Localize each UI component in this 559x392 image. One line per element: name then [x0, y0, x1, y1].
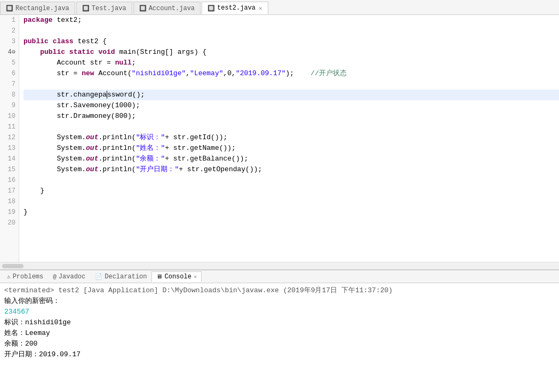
code-line-6: str = new Account("nishidi01ge","Leemay"… [23, 68, 559, 79]
line-num-8: 8 [0, 90, 19, 100]
line-num-13: 13 [0, 143, 19, 154]
tab-label-account: Account.java [149, 5, 195, 12]
line-num-18: 18 [0, 196, 19, 207]
line-num-15: 15 [0, 164, 19, 175]
console-output: <terminated> test2 [Java Application] D:… [0, 283, 559, 392]
bottom-tab-bar: ⚠ Problems @ Javadoc 📄 Declaration 🖥 Con… [0, 270, 559, 283]
console-terminated-line: <terminated> test2 [Java Application] D:… [4, 285, 555, 296]
line-num-9: 9 [0, 100, 19, 111]
line-num-16: 16 [0, 175, 19, 186]
declaration-label: Declaration [105, 273, 147, 281]
javadoc-icon: @ [53, 274, 57, 280]
problems-label: Problems [13, 273, 44, 281]
line-num-12: 12 [0, 132, 19, 143]
line-numbers: 1 2 3 4⊖ 5 6 7 8 9 10 11 12 13 14 15 16 … [0, 15, 19, 262]
java-icon-test: 🔲 [82, 5, 90, 12]
code-line-4: public static void main(String[] args) { [23, 47, 559, 58]
console-line-input: 234567 [4, 307, 555, 317]
code-line-11 [23, 122, 559, 132]
editor-tab-bar: 🔲 Rectangle.java 🔲 Test.java 🔲 Account.j… [0, 0, 559, 15]
line-num-7: 7 [0, 79, 19, 90]
code-line-5: Account str = null; [23, 58, 559, 68]
scrollbar-thumb[interactable] [2, 264, 23, 268]
console-line-name: 姓名：Leemay [4, 328, 555, 339]
code-line-10: str.Drawmoney(800); [23, 111, 559, 122]
line-num-20: 20 [0, 218, 19, 228]
line-num-2: 2 [0, 26, 19, 36]
code-line-7 [23, 79, 559, 90]
horizontal-scrollbar[interactable] [0, 262, 559, 269]
tab-test[interactable]: 🔲 Test.java [76, 2, 132, 14]
bottom-tab-javadoc[interactable]: @ Javadoc [48, 271, 90, 282]
code-line-16 [23, 175, 559, 186]
close-icon-test2[interactable]: ✕ [259, 5, 262, 12]
code-line-2 [23, 26, 559, 36]
tab-label-rectangle: Rectangle.java [15, 5, 69, 12]
bottom-panel: ⚠ Problems @ Javadoc 📄 Declaration 🖥 Con… [0, 269, 559, 392]
code-line-8: str.changepassword(); [23, 90, 559, 100]
problems-icon: ⚠ [7, 273, 11, 280]
line-num-1: 1 [0, 15, 19, 26]
code-line-13: System.out.println("姓名："+ str.getName())… [23, 143, 559, 154]
close-icon-console[interactable]: ✕ [194, 274, 197, 280]
bottom-tab-console[interactable]: 🖥 Console ✕ [151, 271, 201, 282]
tab-test2[interactable]: 🔲 test2.java ✕ [202, 2, 268, 14]
line-num-4: 4⊖ [0, 47, 19, 58]
line-num-6: 6 [0, 68, 19, 79]
code-line-17: } [23, 186, 559, 196]
code-line-3: public class test2 { [23, 36, 559, 47]
code-line-9: str.Savemoney(1000); [23, 100, 559, 111]
line-num-10: 10 [0, 111, 19, 122]
bottom-tab-declaration[interactable]: 📄 Declaration [90, 271, 151, 282]
java-icon-test2: 🔲 [207, 5, 215, 12]
tab-account[interactable]: 🔲 Account.java [133, 2, 201, 14]
code-line-15: System.out.println("开户日期："+ str.getOpend… [23, 164, 559, 175]
line-num-17: 17 [0, 186, 19, 196]
tab-label-test: Test.java [92, 5, 126, 12]
code-line-20 [23, 218, 559, 228]
console-icon: 🖥 [156, 273, 162, 280]
line-num-3: 3 [0, 36, 19, 47]
editor-content: 1 2 3 4⊖ 5 6 7 8 9 10 11 12 13 14 15 16 … [0, 15, 559, 262]
console-label: Console [164, 273, 191, 281]
line-num-5: 5 [0, 58, 19, 68]
bottom-tab-problems[interactable]: ⚠ Problems [2, 271, 48, 282]
console-line-prompt: 输入你的新密码： [4, 296, 555, 307]
line-num-14: 14 [0, 154, 19, 164]
code-lines[interactable]: package text2; public class test2 { publ… [19, 15, 559, 262]
java-icon-rectangle: 🔲 [6, 5, 13, 12]
code-line-19: } [23, 207, 559, 218]
editor-area: 1 2 3 4⊖ 5 6 7 8 9 10 11 12 13 14 15 16 … [0, 15, 559, 262]
console-line-id: 标识：nishidi01ge [4, 317, 555, 328]
line-num-19: 19 [0, 207, 19, 218]
console-line-balance: 余额：200 [4, 339, 555, 349]
code-line-14: System.out.println("余额："+ str.getBalance… [23, 154, 559, 164]
declaration-icon: 📄 [95, 273, 102, 280]
tab-label-test2: test2.java [217, 4, 255, 12]
console-line-openday: 开户日期：2019.09.17 [4, 349, 555, 360]
code-line-1: package text2; [23, 15, 559, 26]
code-line-18 [23, 196, 559, 207]
java-icon-account: 🔲 [139, 5, 147, 12]
tab-rectangle[interactable]: 🔲 Rectangle.java [0, 2, 75, 14]
line-num-11: 11 [0, 122, 19, 132]
code-line-12: System.out.println("标识："+ str.getId()); [23, 132, 559, 143]
javadoc-label: Javadoc [59, 273, 85, 281]
